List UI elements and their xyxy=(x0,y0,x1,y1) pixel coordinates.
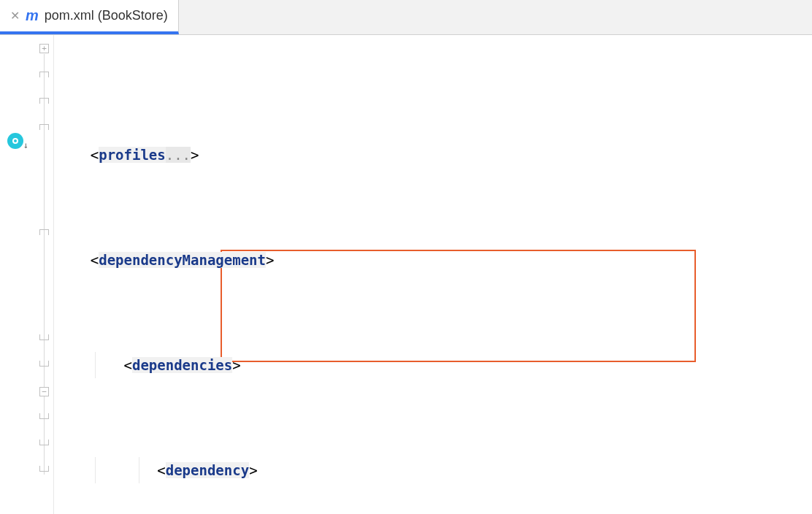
maven-file-icon: m xyxy=(26,7,39,24)
override-gutter-icon[interactable] xyxy=(7,133,23,149)
code-line[interactable]: <dependency> xyxy=(54,457,812,483)
code-line[interactable]: <dependencies> xyxy=(54,352,812,378)
close-icon[interactable]: ✕ xyxy=(10,9,20,23)
fold-start-icon[interactable] xyxy=(39,124,49,130)
code-line[interactable]: <dependencyManagement> xyxy=(54,247,812,273)
fold-end-icon[interactable] xyxy=(39,361,49,367)
code-line[interactable]: <profiles...> xyxy=(54,142,812,168)
tab-bar: ✕ m pom.xml (BookStore) xyxy=(0,0,812,35)
fold-collapse-icon[interactable]: − xyxy=(39,387,49,396)
fold-start-icon[interactable] xyxy=(39,229,49,235)
fold-end-icon[interactable] xyxy=(39,413,49,419)
editor-area: + − <profiles...> <dependencyManagement>… xyxy=(0,35,812,514)
fold-expand-icon[interactable]: + xyxy=(39,44,49,53)
fold-gutter: + − xyxy=(35,35,54,514)
fold-start-icon[interactable] xyxy=(39,98,49,104)
fold-end-icon[interactable] xyxy=(39,334,49,340)
fold-start-icon[interactable] xyxy=(39,72,49,77)
folded-region[interactable]: ... xyxy=(166,147,191,163)
icon-gutter xyxy=(0,35,35,514)
code-content[interactable]: <profiles...> <dependencyManagement> <de… xyxy=(54,35,812,514)
tab-title: pom.xml (BookStore) xyxy=(45,8,168,23)
fold-end-icon[interactable] xyxy=(39,440,49,445)
editor-tab-pom[interactable]: ✕ m pom.xml (BookStore) xyxy=(0,0,179,34)
fold-end-icon[interactable] xyxy=(39,466,49,472)
